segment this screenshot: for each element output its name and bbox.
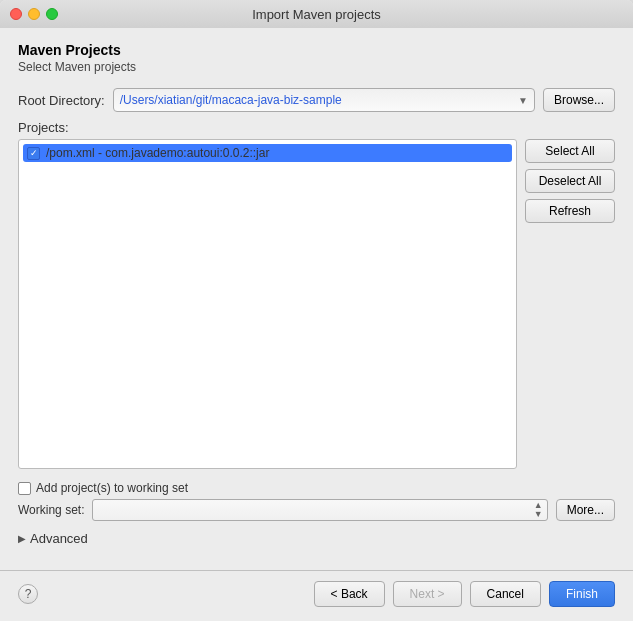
projects-area: /pom.xml - com.javademo:autoui:0.0.2::ja… (18, 139, 615, 469)
traffic-lights (10, 8, 58, 20)
spinner-arrows-icon: ▲ ▼ (534, 501, 543, 519)
add-to-working-set-checkbox[interactable] (18, 482, 31, 495)
main-content: Maven Projects Select Maven projects Roo… (0, 28, 633, 570)
root-directory-label: Root Directory: (18, 93, 105, 108)
add-to-working-set-text: Add project(s) to working set (36, 481, 188, 495)
more-button[interactable]: More... (556, 499, 615, 521)
project-checkbox[interactable] (27, 147, 40, 160)
next-button[interactable]: Next > (393, 581, 462, 607)
root-directory-value: /Users/xiatian/git/macaca-java-biz-sampl… (120, 93, 342, 107)
root-directory-dropdown[interactable]: /Users/xiatian/git/macaca-java-biz-sampl… (113, 88, 535, 112)
working-set-field-row: Working set: ▲ ▼ More... (18, 499, 615, 521)
deselect-all-button[interactable]: Deselect All (525, 169, 615, 193)
section-subtitle: Select Maven projects (18, 60, 615, 74)
refresh-button[interactable]: Refresh (525, 199, 615, 223)
finish-button[interactable]: Finish (549, 581, 615, 607)
cancel-button[interactable]: Cancel (470, 581, 541, 607)
minimize-button[interactable] (28, 8, 40, 20)
projects-list[interactable]: /pom.xml - com.javademo:autoui:0.0.2::ja… (18, 139, 517, 469)
close-button[interactable] (10, 8, 22, 20)
section-title: Maven Projects (18, 42, 615, 58)
footer: ? < Back Next > Cancel Finish (0, 570, 633, 621)
projects-label: Projects: (18, 120, 615, 135)
side-buttons: Select All Deselect All Refresh (525, 139, 615, 469)
window-title: Import Maven projects (252, 7, 381, 22)
back-button[interactable]: < Back (314, 581, 385, 607)
expand-arrow-icon: ▶ (18, 533, 26, 544)
working-set-label: Working set: (18, 503, 84, 517)
title-bar: Import Maven projects (0, 0, 633, 28)
maximize-button[interactable] (46, 8, 58, 20)
browse-button[interactable]: Browse... (543, 88, 615, 112)
root-directory-row: Root Directory: /Users/xiatian/git/macac… (18, 88, 615, 112)
footer-right: < Back Next > Cancel Finish (314, 581, 615, 607)
project-name: /pom.xml - com.javademo:autoui:0.0.2::ja… (46, 146, 269, 160)
table-row[interactable]: /pom.xml - com.javademo:autoui:0.0.2::ja… (23, 144, 512, 162)
advanced-label: Advanced (30, 531, 88, 546)
import-maven-dialog: Import Maven projects Maven Projects Sel… (0, 0, 633, 621)
add-to-working-set-label[interactable]: Add project(s) to working set (18, 481, 188, 495)
working-set-checkbox-row: Add project(s) to working set (18, 481, 615, 495)
select-all-button[interactable]: Select All (525, 139, 615, 163)
help-button[interactable]: ? (18, 584, 38, 604)
footer-left: ? (18, 584, 38, 604)
working-set-combo[interactable]: ▲ ▼ (92, 499, 547, 521)
help-icon: ? (25, 587, 32, 601)
chevron-down-icon: ▼ (518, 95, 528, 106)
advanced-row[interactable]: ▶ Advanced (18, 531, 615, 546)
